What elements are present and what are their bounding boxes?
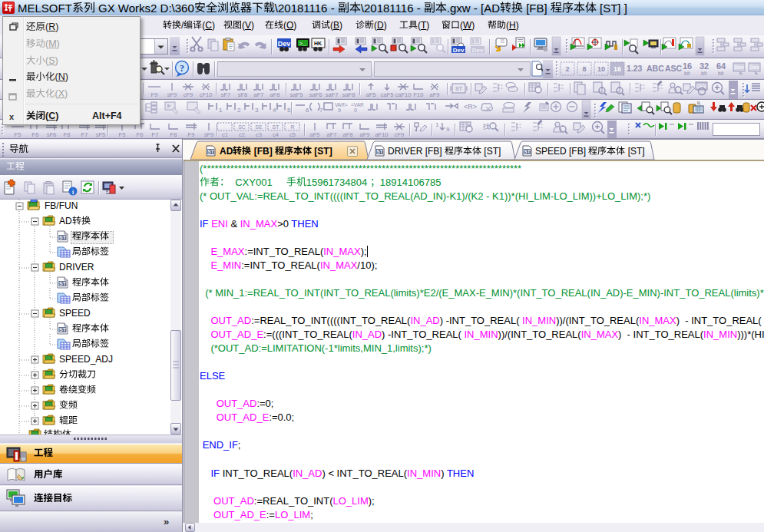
svg-text:F6: F6 [137, 131, 144, 138]
svg-text:9: 9 [446, 126, 450, 133]
svg-text:bit: bit [684, 71, 690, 76]
svg-text:Dev: Dev [472, 47, 484, 54]
svg-text:<R>: <R> [464, 103, 477, 111]
svg-text:aF10: aF10 [375, 131, 388, 138]
svg-text:c3: c3 [256, 131, 262, 138]
svg-text:caF10: caF10 [395, 91, 412, 98]
svg-text:sF7: sF7 [221, 91, 231, 98]
svg-text:R: R [290, 124, 294, 130]
svg-text:>_: >_ [299, 41, 306, 47]
svg-text:=VAR: =VAR [351, 102, 364, 107]
svg-text:0: 0 [354, 107, 357, 113]
svg-text:F10: F10 [414, 91, 424, 98]
svg-text:aF7: aF7 [327, 131, 337, 138]
svg-text:ST: ST [376, 149, 382, 154]
svg-text:Dev: Dev [278, 40, 291, 48]
svg-text:64: 64 [716, 61, 726, 71]
svg-text:F8: F8 [170, 131, 177, 138]
svg-text:aF5: aF5 [366, 91, 376, 98]
svg-text:x: x [9, 112, 15, 121]
svg-text:4: 4 [273, 107, 276, 114]
svg-text:c5: c5 [289, 131, 296, 138]
svg-text:caF5: caF5 [381, 91, 394, 98]
svg-text:7: 7 [319, 107, 323, 114]
svg-text:saF5: saF5 [290, 91, 303, 98]
svg-text:aF8: aF8 [270, 91, 280, 98]
svg-text:5: 5 [287, 107, 291, 114]
svg-text:ST: ST [273, 124, 280, 130]
svg-text:aF8: aF8 [343, 131, 353, 138]
svg-text:F8: F8 [64, 131, 71, 138]
svg-text:16: 16 [614, 65, 621, 73]
svg-text:ST: ST [207, 149, 213, 154]
svg-text:sF6: sF6 [47, 131, 57, 138]
svg-text:SC: SC [238, 124, 246, 130]
svg-text:F5: F5 [119, 131, 126, 138]
svg-text:VAR=: VAR= [335, 102, 348, 107]
svg-text:SE: SE [255, 124, 263, 130]
svg-text:32: 32 [700, 61, 709, 71]
svg-text:cF9: cF9 [395, 131, 405, 138]
svg-text:F9: F9 [151, 91, 158, 98]
svg-text:c4: c4 [273, 131, 279, 138]
svg-text:cF10: cF10 [200, 91, 213, 98]
svg-text:F6: F6 [32, 131, 39, 138]
svg-text:F7: F7 [81, 131, 88, 138]
svg-text:ST: ST [455, 86, 463, 91]
svg-text:sF9: sF9 [204, 131, 214, 138]
svg-text:16: 16 [683, 61, 692, 71]
svg-text:aF9: aF9 [430, 91, 440, 98]
svg-text:10: 10 [597, 65, 605, 73]
svg-text:F9: F9 [188, 131, 195, 138]
svg-text:8: 8 [582, 65, 586, 73]
svg-text:Dev: Dev [453, 47, 465, 54]
svg-text:1: 1 [219, 107, 223, 114]
svg-text:ABC: ABC [647, 64, 664, 73]
svg-text:ASC: ASC [665, 64, 683, 73]
svg-text:bit: bit [701, 71, 706, 76]
svg-text:cF9: cF9 [184, 91, 193, 98]
svg-text:saF6: saF6 [309, 91, 322, 98]
svg-text:sF9: sF9 [167, 91, 177, 98]
svg-text:bit: bit [718, 71, 723, 76]
svg-text:aF5: aF5 [310, 131, 320, 138]
svg-text:Dev: Dev [749, 64, 759, 70]
svg-text:aF9: aF9 [360, 131, 370, 138]
svg-text:F7: F7 [152, 131, 159, 138]
svg-text:saF8: saF8 [342, 91, 356, 98]
svg-text:6: 6 [306, 107, 309, 114]
svg-text:F5: F5 [15, 131, 21, 138]
svg-text:ST: ST [524, 149, 530, 154]
svg-text:aF7: aF7 [254, 91, 264, 98]
svg-text:2: 2 [237, 107, 241, 114]
svg-text:sF5: sF5 [96, 131, 106, 138]
svg-text:3: 3 [255, 107, 259, 114]
svg-text:sF8: sF8 [238, 91, 248, 98]
svg-text:c1: c1 [222, 131, 228, 138]
svg-text:saF7: saF7 [326, 91, 339, 98]
svg-text:IL: IL [697, 101, 701, 105]
svg-text:HK: HK [314, 41, 322, 46]
svg-text:9: 9 [338, 107, 341, 113]
svg-text:1.23: 1.23 [627, 64, 643, 73]
svg-text:2: 2 [565, 65, 569, 73]
svg-text:1: 1 [435, 121, 439, 128]
svg-text:找: 找 [482, 123, 490, 131]
svg-text:c2: c2 [239, 131, 245, 138]
svg-text:Dev: Dev [734, 64, 744, 70]
